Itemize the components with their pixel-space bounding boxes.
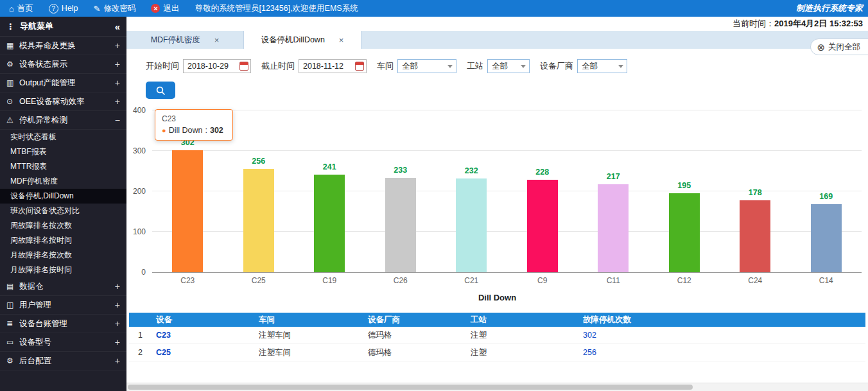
change-password-button[interactable]: ✎ 修改密码 (94, 3, 136, 14)
sidebar: ⋮ 导航菜单 « ▦模具寿命及更换+⚙设备状态展示+▥Output产能管理+⊙O… (0, 17, 126, 391)
sidebar-item[interactable]: ▤数据仓+ (0, 277, 126, 296)
sidebar-subitem[interactable]: MTTR报表 (0, 159, 126, 174)
expand-icon[interactable]: + (112, 300, 120, 310)
bar[interactable] (598, 184, 629, 272)
station-cell: 注塑 (467, 347, 579, 358)
sidebar-item-label: 后台配置 (19, 356, 112, 367)
chart-slot: 233 (365, 110, 437, 272)
sidebar-item[interactable]: ▭设备型号+ (0, 333, 126, 352)
device-link[interactable]: C23 (152, 331, 255, 340)
x-tick-label: C14 (791, 276, 862, 285)
expand-icon[interactable]: + (112, 96, 120, 107)
sidebar-subitem[interactable]: 周故障排名按次数 (0, 218, 126, 233)
tooltip-value: 302 (210, 126, 223, 135)
sidebar-subitem[interactable]: 班次间设备状态对比 (0, 204, 126, 218)
sidebar-subitem[interactable]: 设备停机,DillDown (0, 189, 126, 204)
sidebar-subitem[interactable]: MDF停机密度 (0, 174, 126, 189)
sidebar-item[interactable]: ≣设备台账管理+ (0, 315, 126, 333)
current-time: 当前时间：2019年4月2日 15:32:53 (126, 17, 868, 31)
sidebar-item[interactable]: ▥Output产能管理+ (0, 74, 126, 92)
x-tick-label: C11 (578, 276, 649, 285)
bar-value-label: 228 (507, 168, 578, 177)
oee-icon: ⊙ (6, 97, 19, 106)
sidebar-subitem[interactable]: 月故障排名按次数 (0, 248, 126, 263)
expand-icon[interactable]: + (112, 59, 120, 69)
row-index: 2 (129, 348, 152, 357)
bar[interactable] (811, 204, 842, 272)
horizontal-scrollbar[interactable] (126, 383, 868, 391)
bar[interactable] (456, 178, 487, 272)
tab-bar: MDF停机密度×设备停机DillDown× ⊗ 关闭全部 (126, 31, 868, 49)
close-tab-icon[interactable]: × (214, 35, 220, 45)
station-group: 工站 全部 (467, 59, 530, 73)
bar[interactable] (243, 169, 274, 272)
x-tick-label: C19 (294, 276, 365, 285)
tab[interactable]: MDF停机密度× (126, 31, 244, 49)
sidebar-title: 导航菜单 (20, 21, 53, 32)
sidebar-item[interactable]: ◫用户管理+ (0, 296, 126, 315)
sidebar-item-label: 停机异常检测 (19, 115, 112, 126)
bar-value-label: 256 (223, 157, 295, 166)
bar[interactable] (172, 150, 203, 272)
chart-slot: 256 (223, 110, 295, 272)
expand-icon[interactable]: + (112, 281, 120, 291)
sidebar-item-label: 设备状态展示 (19, 59, 112, 70)
table-row[interactable]: 2C25注塑车间德玛格注塑256 (129, 344, 865, 361)
filter-bar: 开始时间 2018-10-29 截止时间 2018-11-12 车间 全部 工站… (146, 59, 868, 73)
sidebar-item[interactable]: ⚙后台配置+ (0, 352, 126, 370)
vendor-cell: 德玛格 (364, 330, 467, 341)
nav-menu-icon: ⋮ (6, 22, 15, 31)
sidebar-item[interactable]: ⚙设备状态展示+ (0, 55, 126, 74)
station-label: 工站 (467, 60, 483, 72)
expand-icon[interactable]: + (112, 337, 120, 347)
bar[interactable] (527, 180, 558, 272)
sidebar-subitem[interactable]: MTBF报表 (0, 144, 126, 159)
bar[interactable] (740, 200, 770, 272)
table-header-cell: 设备厂商 (364, 315, 467, 326)
calendar-icon[interactable] (355, 62, 364, 71)
expand-icon[interactable]: + (112, 78, 120, 88)
table-row[interactable]: 1C23注塑车间德玛格注塑302 (129, 327, 865, 344)
help-button[interactable]: ? Help (49, 4, 78, 13)
device-link[interactable]: C25 (152, 348, 255, 357)
tab[interactable]: 设备停机DillDown× (244, 31, 361, 49)
bar-value-label: 217 (578, 172, 649, 181)
logout-button[interactable]: × 退出 (151, 3, 179, 14)
sidebar-item[interactable]: ⊙OEE设备稼动效率+ (0, 92, 126, 111)
bar[interactable] (314, 175, 345, 272)
sidebar-subitem[interactable]: 月故障排名按时间 (0, 263, 126, 277)
scrollbar-thumb[interactable] (128, 385, 693, 390)
y-tick-label: 100 (133, 228, 146, 236)
workshop-select[interactable]: 全部 (397, 59, 456, 73)
search-button[interactable] (146, 82, 175, 99)
calendar-icon[interactable] (239, 62, 248, 71)
x-tick-label: C24 (720, 276, 791, 285)
help-icon: ? (49, 4, 58, 13)
device-status-icon: ⚙ (6, 60, 19, 69)
sidebar-collapse-icon[interactable]: « (115, 21, 120, 32)
workshop-cell: 注塑车间 (255, 330, 364, 341)
bar[interactable] (669, 193, 700, 272)
start-date-input[interactable]: 2018-10-29 (183, 59, 251, 73)
sidebar-item[interactable]: ⚠停机异常检测− (0, 111, 126, 130)
sidebar-subitem[interactable]: 实时状态看板 (0, 130, 126, 144)
sidebar-subitem[interactable]: 周故障排名按时间 (0, 233, 126, 248)
bar[interactable] (385, 178, 416, 272)
current-time-label: 当前时间： (733, 19, 774, 28)
sidebar-item-label: 数据仓 (19, 281, 112, 292)
logout-label: 退出 (163, 3, 179, 14)
close-all-label: 关闭全部 (828, 42, 860, 53)
end-date-input[interactable]: 2018-11-12 (299, 59, 367, 73)
vendor-select[interactable]: 全部 (577, 59, 627, 73)
sidebar-item[interactable]: ▦模具寿命及更换+ (0, 37, 126, 55)
expand-icon[interactable]: + (112, 318, 120, 329)
x-tick-label: C23 (152, 276, 223, 285)
expand-icon[interactable]: + (112, 356, 120, 366)
close-all-button[interactable]: ⊗ 关闭全部 (810, 39, 868, 55)
expand-icon[interactable]: + (112, 40, 120, 51)
chevron-down-icon (521, 65, 526, 68)
home-button[interactable]: ⌂ 首页 (9, 3, 33, 14)
close-tab-icon[interactable]: × (339, 35, 344, 45)
station-select[interactable]: 全部 (487, 59, 530, 73)
collapse-icon[interactable]: − (112, 115, 120, 125)
